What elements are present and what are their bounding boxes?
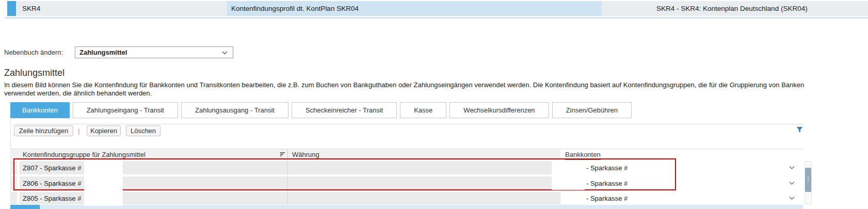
chevron-down-icon (789, 197, 795, 200)
add-row-button[interactable]: Zeile hinzufügen (14, 125, 73, 136)
tab-zahlungsausgang-transit[interactable]: Zahlungsausgang - Transit (181, 102, 288, 118)
chart-of-accounts-text: SKR4 - SKR4: Kontenplan Deutschland (SKR… (656, 1, 808, 16)
column-header-bankkonten-label: Bankkonten (565, 150, 601, 160)
tab-kasse[interactable]: Kasse (400, 102, 446, 118)
bank-account-dropdown[interactable]: - Sparkasse # (560, 161, 803, 174)
horizontal-scrollbar-track[interactable] (10, 205, 803, 209)
row-selector[interactable] (10, 192, 17, 204)
vertical-scrollbar-thumb[interactable] (805, 168, 811, 192)
row-selector[interactable] (10, 161, 17, 174)
chevron-down-icon (222, 51, 228, 55)
redaction-block (84, 160, 123, 206)
redaction-block (552, 160, 585, 190)
copy-button[interactable]: Kopieren (87, 125, 121, 136)
payment-methods-config-screen: SKR4 Kontenfindungsprofil dt. KontPlan S… (0, 0, 868, 209)
row-column-divider (287, 161, 288, 204)
subledger-label: Nebenbuch ändern: (4, 46, 63, 58)
horizontal-scrollbar-thumb[interactable] (10, 205, 40, 209)
delete-button[interactable]: Löschen (126, 125, 160, 136)
tab-scheckeinreicher-transit[interactable]: Scheckeinreicher - Transit (292, 102, 397, 118)
page-description: In diesem Bild können Sie die Kontenfind… (4, 81, 805, 98)
bank-account-value: - Sparkasse # (586, 164, 628, 172)
row-selector[interactable] (10, 176, 17, 190)
header-cell-profile-description[interactable]: Kontenfindungsprofil dt. KontPlan SKR04 (227, 1, 606, 16)
tab-wechselkursdifferenzen[interactable]: Wechselkursdifferenzen (449, 102, 549, 118)
bank-account-value: - Sparkasse # (586, 195, 628, 202)
funnel-icon[interactable] (796, 126, 803, 134)
column-header-bankkonten[interactable]: Bankkonten (560, 149, 803, 160)
bank-account-dropdown[interactable]: - Sparkasse # (560, 192, 803, 204)
selected-row-marker (7, 1, 16, 16)
header-cell-profile-key[interactable]: SKR4 (16, 1, 233, 16)
filter-lines-icon[interactable] (280, 152, 285, 157)
chevron-down-icon (789, 166, 795, 170)
column-header-waehrung[interactable]: Währung (288, 149, 560, 160)
bank-account-value: - Sparkasse # (586, 180, 628, 187)
header-selector-cell (10, 149, 19, 160)
chevron-down-icon (789, 182, 795, 185)
header-cell-chart-of-accounts[interactable]: SKR4 - SKR4: Kontenplan Deutschland (SKR… (602, 1, 868, 16)
bank-account-dropdown[interactable]: - Sparkasse # (560, 176, 803, 190)
toolbar-divider (14, 124, 803, 124)
button-separator: | (78, 125, 79, 136)
subledger-select[interactable]: Zahlungsmittel (75, 46, 233, 58)
tab-bar: Bankkonten Zahlungseingang - Transit Zah… (10, 102, 632, 118)
tab-bankkonten[interactable]: Bankkonten (10, 102, 70, 118)
column-header-kontenfindungsgruppe[interactable]: Kontenfindungsgruppe für Zahlungsmittel (19, 149, 287, 160)
header-divider (5, 17, 868, 19)
tab-zahlungseingang-transit[interactable]: Zahlungseingang - Transit (73, 102, 178, 118)
page-title: Zahlungsmittel (4, 68, 65, 78)
tab-zinsen-gebuehren[interactable]: Zinsen/Gebühren (552, 102, 632, 118)
subledger-selected-value: Zahlungsmittel (79, 47, 127, 58)
